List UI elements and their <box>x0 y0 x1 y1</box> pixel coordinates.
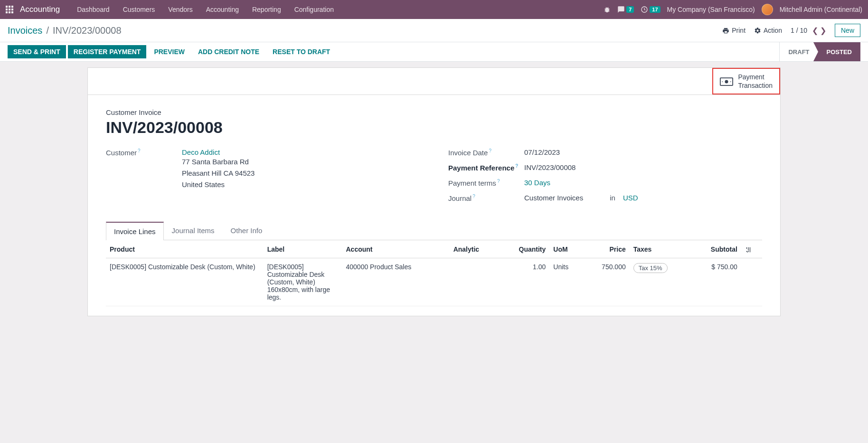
notebook-tabs: Invoice Lines Journal Items Other Info <box>106 221 762 240</box>
invoice-type-label: Customer Invoice <box>106 108 762 116</box>
status-posted[interactable]: POSTED <box>818 42 860 61</box>
cell-uom: Units <box>549 258 583 306</box>
company-selector[interactable]: My Company (San Francisco) <box>667 6 755 13</box>
svg-point-4 <box>730 82 731 83</box>
th-analytic[interactable]: Analytic <box>450 240 499 258</box>
invoice-name: INV/2023/00008 <box>106 118 762 137</box>
pager-text[interactable]: 1 / 10 <box>791 27 807 34</box>
nav-accounting[interactable]: Accounting <box>199 6 245 13</box>
cell-quantity: 1.00 <box>499 258 549 306</box>
new-button[interactable]: New <box>835 24 860 37</box>
label-payment-terms: Payment terms? <box>448 179 524 187</box>
customer-link[interactable]: Deco Addict <box>182 148 220 156</box>
th-settings[interactable] <box>741 240 762 258</box>
journal-value: Customer Invoices <box>524 194 583 202</box>
label-payment-reference: Payment Reference? <box>448 163 524 172</box>
th-label[interactable]: Label <box>264 240 342 258</box>
svg-point-3 <box>722 82 723 83</box>
svg-point-2 <box>725 80 728 84</box>
pager-next[interactable]: ❯ <box>820 26 826 35</box>
stat-line1: Payment <box>738 73 773 81</box>
payment-transaction-button[interactable]: Payment Transaction <box>712 68 780 94</box>
cell-price: 750.000 <box>583 258 630 306</box>
th-taxes[interactable]: Taxes <box>630 240 691 258</box>
label-journal: Journal? <box>448 194 524 202</box>
nav-reporting[interactable]: Reporting <box>245 6 288 13</box>
register-payment-button[interactable]: REGISTER PAYMENT <box>68 45 147 58</box>
debug-icon[interactable] <box>604 6 611 13</box>
currency-link[interactable]: USD <box>623 194 638 202</box>
breadcrumb-current: INV/2023/00008 <box>53 25 122 36</box>
tab-journal-items[interactable]: Journal Items <box>164 221 223 240</box>
messages-badge: 7 <box>626 6 634 13</box>
breadcrumb-parent[interactable]: Invoices <box>8 25 42 36</box>
payment-reference-value: INV/2023/00008 <box>524 163 762 172</box>
nav-menu: Dashboard Customers Vendors Accounting R… <box>70 6 340 13</box>
cell-taxes: Tax 15% <box>630 258 691 306</box>
nav-configuration[interactable]: Configuration <box>288 6 340 13</box>
tab-invoice-lines[interactable]: Invoice Lines <box>106 222 164 240</box>
status-draft[interactable]: DRAFT <box>779 42 818 61</box>
invoice-lines-table: Product Label Account Analytic Quantity … <box>106 240 762 306</box>
customer-street: 77 Santa Barbara Rd <box>182 156 420 168</box>
nav-customers[interactable]: Customers <box>116 6 162 13</box>
cell-product: [DESK0005] Customizable Desk (Custom, Wh… <box>106 258 264 306</box>
label-customer: Customer? <box>106 148 182 190</box>
cell-analytic <box>450 258 499 306</box>
th-account[interactable]: Account <box>342 240 450 258</box>
money-icon <box>720 75 733 87</box>
action-button[interactable]: Action <box>754 27 782 34</box>
cell-label: [DESK0005] Customizable Desk (Custom, Wh… <box>264 258 342 306</box>
th-quantity[interactable]: Quantity <box>499 240 549 258</box>
print-button[interactable]: Print <box>722 27 745 34</box>
th-price[interactable]: Price <box>583 240 630 258</box>
columns-icon <box>745 246 752 253</box>
breadcrumb-sep: / <box>46 25 49 36</box>
breadcrumb: Invoices / INV/2023/00008 <box>8 25 122 36</box>
tab-other-info[interactable]: Other Info <box>223 221 271 240</box>
th-uom[interactable]: UoM <box>549 240 583 258</box>
table-row[interactable]: [DESK0005] Customizable Desk (Custom, Wh… <box>106 258 762 306</box>
nav-vendors[interactable]: Vendors <box>161 6 199 13</box>
th-subtotal[interactable]: Subtotal <box>691 240 741 258</box>
th-product[interactable]: Product <box>106 240 264 258</box>
send-print-button[interactable]: SEND & PRINT <box>8 45 66 58</box>
activities-badge: 17 <box>650 6 660 13</box>
avatar[interactable] <box>762 4 773 15</box>
nav-dashboard[interactable]: Dashboard <box>70 6 116 13</box>
pager-prev[interactable]: ❮ <box>812 26 818 35</box>
button-box: Payment Transaction <box>88 68 780 95</box>
gear-icon <box>754 27 761 34</box>
cell-subtotal: $ 750.00 <box>691 258 741 306</box>
pager: 1 / 10 ❮ ❯ <box>791 26 826 35</box>
messages-icon[interactable]: 7 <box>617 6 634 13</box>
print-icon <box>722 27 729 34</box>
activities-icon[interactable]: 17 <box>641 6 660 13</box>
status-bar: DRAFT POSTED <box>779 42 860 61</box>
user-menu[interactable]: Mitchell Admin (Continental) <box>780 6 862 13</box>
control-panel: Invoices / INV/2023/00008 Print Action 1… <box>0 19 868 62</box>
payment-terms-link[interactable]: 30 Days <box>524 179 550 187</box>
preview-button[interactable]: PREVIEW <box>148 45 190 58</box>
top-navbar: Accounting Dashboard Customers Vendors A… <box>0 0 868 19</box>
stat-line2: Transaction <box>738 81 773 90</box>
customer-country: United States <box>182 179 420 190</box>
label-invoice-date: Invoice Date? <box>448 148 524 157</box>
customer-city: Pleasant Hill CA 94523 <box>182 168 420 179</box>
invoice-date-value: 07/12/2023 <box>524 148 762 157</box>
reset-draft-button[interactable]: RESET TO DRAFT <box>267 45 336 58</box>
tax-chip[interactable]: Tax 15% <box>633 263 668 273</box>
cell-account: 400000 Product Sales <box>342 258 450 306</box>
credit-note-button[interactable]: ADD CREDIT NOTE <box>192 45 265 58</box>
apps-icon[interactable] <box>6 6 13 13</box>
app-name[interactable]: Accounting <box>20 5 60 14</box>
form-sheet: Payment Transaction Customer Invoice INV… <box>87 67 781 316</box>
label-in: in <box>610 194 615 202</box>
